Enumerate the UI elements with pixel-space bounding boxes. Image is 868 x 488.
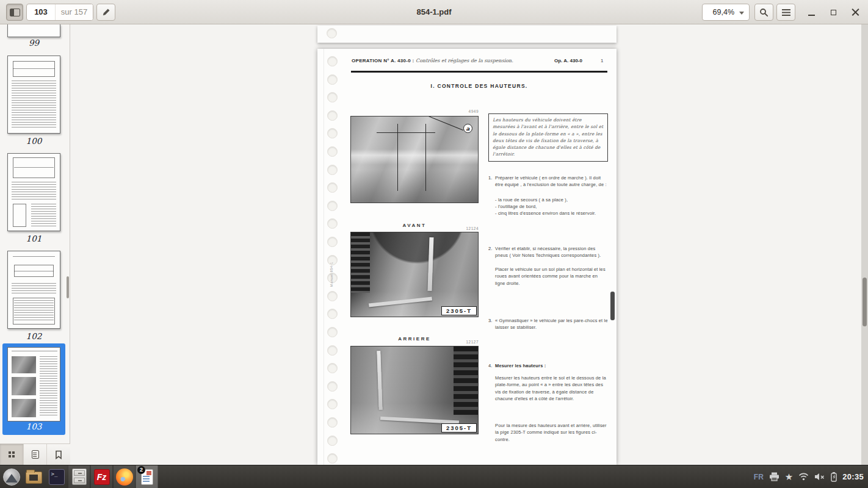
tool-label: 2305-T: [441, 423, 477, 432]
figure1-photo: a: [350, 116, 479, 203]
step-2-paragraph: Placer le véhicule sur un sol plan et ho…: [495, 266, 609, 287]
sidebar-toggle-button[interactable]: [6, 4, 23, 21]
binder-hole: [327, 237, 338, 247]
thumbnails-grid-icon: [9, 451, 11, 454]
thumbnail-image: [12, 377, 36, 395]
operation-number: OPERATION N° A. 430-0 :: [352, 58, 414, 63]
page-number-group: 103 sur 157: [26, 4, 93, 21]
step-text: Préparer le véhicule ( en ordre de march…: [495, 175, 607, 187]
tab-thumbnails[interactable]: [0, 444, 24, 465]
page-number-input[interactable]: 103: [27, 4, 55, 20]
figure3-photo: 2305-T: [350, 346, 479, 434]
annotations-icon: [32, 450, 39, 459]
step-1-item: - la roue de secours ( à sa place ),: [495, 196, 609, 203]
keyboard-layout-indicator[interactable]: FR: [754, 473, 764, 481]
step-4-paragraph: Mesurer les hauteurs entre le sol et le …: [495, 375, 609, 403]
pdf-page: OPERATION N° A. 430-0 : Contrôles et rég…: [317, 49, 617, 465]
taskbar-launcher-terminal[interactable]: >_: [45, 465, 68, 488]
close-button[interactable]: [850, 0, 861, 24]
thumbnail-label-99: 99: [0, 38, 68, 48]
binder-hole: [327, 399, 338, 409]
volume-muted-icon[interactable]: [814, 473, 825, 481]
step-number: 2.: [488, 245, 493, 252]
zoom-level-dropdown[interactable]: 69,4%: [702, 4, 750, 21]
chevron-down-icon: [739, 12, 744, 15]
binder-hole: [327, 291, 338, 301]
gauge-rod: [427, 237, 433, 292]
thumbnail-selected-highlight: 103: [2, 343, 65, 435]
taskbar-launcher-file-manager[interactable]: [23, 465, 45, 488]
step-4-paragraph: Pour la mesure des hauteurs avant et arr…: [495, 422, 609, 443]
step-1-item: - cinq litres d'essence environ dans le …: [495, 210, 609, 217]
page-scrollbar-thumb[interactable]: [610, 292, 615, 320]
step-heading: Mesurer les hauteurs :: [495, 363, 546, 368]
note-box: Les hauteurs du véhicule doivent être me…: [488, 113, 608, 162]
thumbnail-image: [12, 283, 56, 294]
thumbnail-image: [12, 356, 36, 373]
binder-hole: [327, 28, 337, 38]
maximize-button[interactable]: [828, 0, 839, 24]
file-cabinet-icon: [72, 468, 87, 485]
pencil-icon: [102, 8, 110, 16]
window-scrollbar-track[interactable]: [861, 24, 868, 465]
binder-hole: [327, 381, 338, 392]
menu-button[interactable]: [776, 4, 795, 21]
star-icon[interactable]: ★: [785, 472, 793, 481]
operation-title: Contrôles et réglages de la suspension.: [414, 58, 513, 63]
thumbnail-image: [12, 81, 56, 129]
step-number: 4.: [488, 362, 493, 369]
taskbar: >_ Fz 2 FR ★ 20:35: [0, 465, 868, 488]
drawer: [74, 470, 85, 476]
maximize-icon: [831, 10, 836, 15]
figure2-photo: 2305-T: [350, 232, 479, 317]
thumbnail-label-100: 100: [0, 136, 68, 146]
minimize-button[interactable]: [806, 0, 817, 24]
thumbnail-image: [13, 61, 55, 77]
thumbnail-image: [14, 271, 54, 271]
taskbar-launcher-logo[interactable]: [0, 465, 23, 488]
window-scrollbar-thumb[interactable]: [863, 278, 867, 326]
taskbar-app-filezilla[interactable]: Fz: [90, 465, 113, 488]
thumbnail-image: [13, 68, 55, 69]
document-view[interactable]: OPERATION N° A. 430-0 : Contrôles et rég…: [70, 24, 868, 465]
sidebar-tab-bar: [0, 443, 70, 465]
tab-bookmarks[interactable]: [47, 444, 70, 465]
annotate-button[interactable]: [96, 4, 115, 21]
wifi-icon[interactable]: [798, 473, 809, 481]
tire-tread: [351, 232, 370, 293]
binder-hole: [327, 110, 338, 121]
margin-vertical-text: Manuel 854-1: [330, 262, 333, 287]
clock: 20:35: [842, 472, 864, 481]
thumbnail-page-102[interactable]: [7, 251, 60, 329]
binder-hole: [327, 74, 338, 85]
thumbnail-sidebar: 99 100 101 102 103: [0, 24, 70, 465]
system-tray: FR ★ 20:35: [754, 465, 868, 488]
battery-charging-icon[interactable]: [831, 472, 837, 482]
printer-icon[interactable]: [769, 472, 779, 481]
step-text: Vérifier et établir, si nécessaire, la p…: [495, 246, 601, 258]
zoom-level-value: 69,4%: [713, 8, 734, 16]
document-page-number: 1: [601, 58, 603, 63]
step-4: 4. Mesurer les hauteurs :: [488, 362, 608, 369]
page-total-label: sur 157: [55, 4, 93, 20]
thumbnail-page-99[interactable]: [7, 24, 60, 37]
sidebar-scrollbar-thumb[interactable]: [67, 276, 69, 298]
header-bar: 103 sur 157 854-1.pdf 69,4%: [0, 0, 868, 24]
thumbnail-page-101[interactable]: [7, 153, 60, 231]
tab-annotations[interactable]: [24, 444, 48, 465]
thumbnail-page-103[interactable]: [7, 347, 60, 422]
search-button[interactable]: [754, 4, 773, 21]
thumbnail-label-101: 101: [0, 234, 68, 243]
binder-hole: [327, 309, 338, 319]
binder-hole: [327, 453, 338, 464]
binder-hole: [327, 436, 338, 446]
gauge-rod: [377, 351, 382, 410]
binder-hole: [327, 345, 338, 356]
taskbar-app-firefox[interactable]: [113, 465, 136, 488]
taskbar-app-archive-manager[interactable]: [68, 465, 90, 488]
sidebar-icon: [10, 9, 20, 16]
thumbnail-page-100[interactable]: [7, 56, 60, 134]
taskbar-app-document-viewer[interactable]: 2: [136, 465, 158, 488]
folder-icon: [26, 472, 42, 484]
step-2: 2. Vérifier et établir, si nécessaire, l…: [488, 245, 608, 259]
